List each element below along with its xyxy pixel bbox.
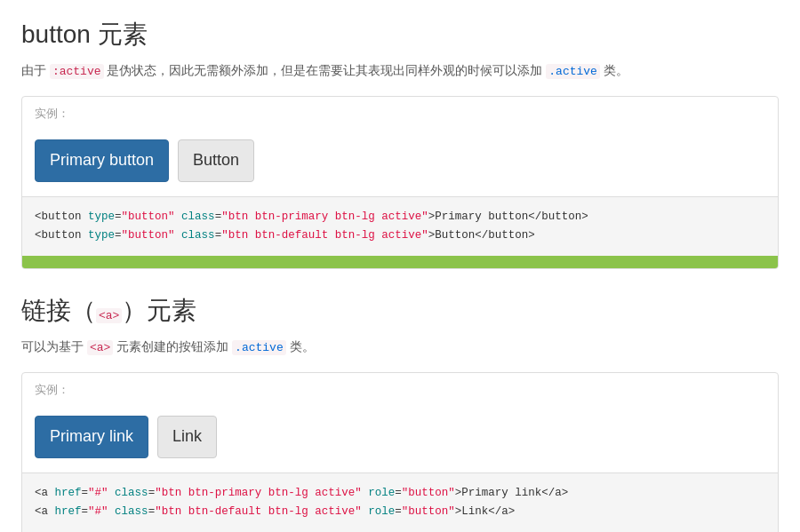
active-pseudo-code: :active [50,64,104,79]
section2-desc: 可以为基于 <a> 元素创建的按钮添加 .active 类。 [21,337,779,358]
section2-example-box: 实例： Primary link Link <a href="#" class=… [21,372,779,532]
default-button[interactable]: Button [178,139,254,182]
section2-code: <a href="#" class="btn btn-primary btn-l… [22,472,778,533]
section2-preview: Primary link Link [22,405,778,472]
code-line-1: <button type="button" class="btn btn-pri… [35,208,765,226]
a-tag-title-code: <a> [96,308,122,323]
code-line-4: <a href="#" class="btn btn-default btn-l… [35,503,765,521]
primary-button[interactable]: Primary button [35,139,169,182]
primary-link-button[interactable]: Primary link [35,416,148,458]
default-link-button[interactable]: Link [157,416,217,458]
section1-preview: Primary button Button [22,129,778,196]
link-section: 链接（<a>）元素 可以为基于 <a> 元素创建的按钮添加 .active 类。… [21,294,779,532]
section2-title: 链接（<a>）元素 [21,294,779,328]
section1-example-box: 实例： Primary button Button <button type="… [21,96,779,269]
section1-desc: 由于 :active 是伪状态，因此无需额外添加，但是在需要让其表现出同样外观的… [21,60,779,82]
code-line-2: <button type="button" class="btn btn-def… [35,226,765,245]
button-section: button 元素 由于 :active 是伪状态，因此无需额外添加，但是在需要… [21,18,779,269]
section2-example-label: 实例： [22,373,778,405]
a-tag-desc-code: <a> [87,340,113,355]
active-class-code2: .active [232,340,286,355]
active-class-code: .active [546,64,600,79]
section1-code: <button type="button" class="btn btn-pri… [22,196,778,257]
code-line-3: <a href="#" class="btn btn-primary btn-l… [35,484,765,503]
section1-title: button 元素 [21,18,779,52]
section1-example-label: 实例： [22,97,778,129]
section1-green-bar [22,256,778,268]
